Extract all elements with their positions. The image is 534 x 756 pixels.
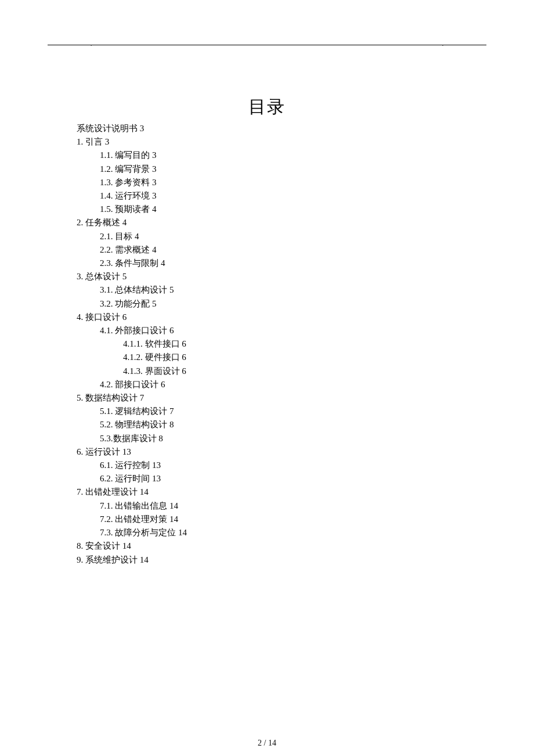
toc-entry: 4.1. 外部接口设计 6 — [77, 324, 187, 337]
toc-entry: 7.3. 故障分析与定位 14 — [77, 526, 187, 539]
toc-list: 系统设计说明书 31. 引言 31.1. 编写目的 31.2. 编写背景 31.… — [77, 122, 187, 567]
toc-entry: 1.1. 编写目的 3 — [77, 149, 187, 162]
toc-entry: 4.1.3. 界面设计 6 — [77, 365, 187, 378]
toc-entry: 5.3.数据库设计 8 — [77, 432, 187, 445]
toc-entry: 7.2. 出错处理对策 14 — [77, 513, 187, 526]
toc-entry: 3. 总体设计 5 — [77, 270, 187, 283]
page-title: 目录 — [0, 95, 534, 119]
toc-entry: 1.2. 编写背景 3 — [77, 163, 187, 176]
toc-entry: 4.1.2. 硬件接口 6 — [77, 351, 187, 364]
toc-entry: 3.1. 总体结构设计 5 — [77, 283, 187, 297]
toc-entry: 3.2. 功能分配 5 — [77, 297, 187, 311]
toc-entry: 2. 任务概述 4 — [77, 216, 187, 229]
toc-entry: 系统设计说明书 3 — [77, 122, 187, 135]
toc-entry: 7. 出错处理设计 14 — [77, 485, 187, 499]
header-line — [48, 45, 486, 45]
toc-entry: 9. 系统维护设计 14 — [77, 553, 187, 567]
page-container: . . 目录 系统设计说明书 31. 引言 31.1. 编写目的 31.2. 编… — [0, 0, 534, 756]
page-number: 2 / 14 — [0, 739, 534, 748]
toc-entry: 1.3. 参考资料 3 — [77, 176, 187, 189]
toc-entry: 1.4. 运行环境 3 — [77, 189, 187, 203]
toc-entry: 4.2. 部接口设计 6 — [77, 378, 187, 391]
toc-entry: 8. 安全设计 14 — [77, 539, 187, 553]
toc-entry: 2.3. 条件与限制 4 — [77, 257, 187, 270]
toc-entry: 5.2. 物理结构设计 8 — [77, 418, 187, 431]
toc-entry: 2.1. 目标 4 — [77, 230, 187, 243]
toc-entry: 1.5. 预期读者 4 — [77, 203, 187, 216]
toc-entry: 6.2. 运行时间 13 — [77, 472, 187, 485]
toc-entry: 1. 引言 3 — [77, 135, 187, 149]
toc-entry: 4. 接口设计 6 — [77, 311, 187, 324]
toc-entry: 5. 数据结构设计 7 — [77, 391, 187, 405]
toc-entry: 7.1. 出错输出信息 14 — [77, 499, 187, 513]
toc-entry: 6.1. 运行控制 13 — [77, 459, 187, 472]
header-dot-left: . — [91, 41, 92, 47]
toc-entry: 2.2. 需求概述 4 — [77, 243, 187, 257]
toc-entry: 4.1.1. 软件接口 6 — [77, 337, 187, 351]
header-dot-right: . — [442, 41, 443, 47]
toc-entry: 6. 运行设计 13 — [77, 445, 187, 459]
toc-entry: 5.1. 逻辑结构设计 7 — [77, 405, 187, 418]
